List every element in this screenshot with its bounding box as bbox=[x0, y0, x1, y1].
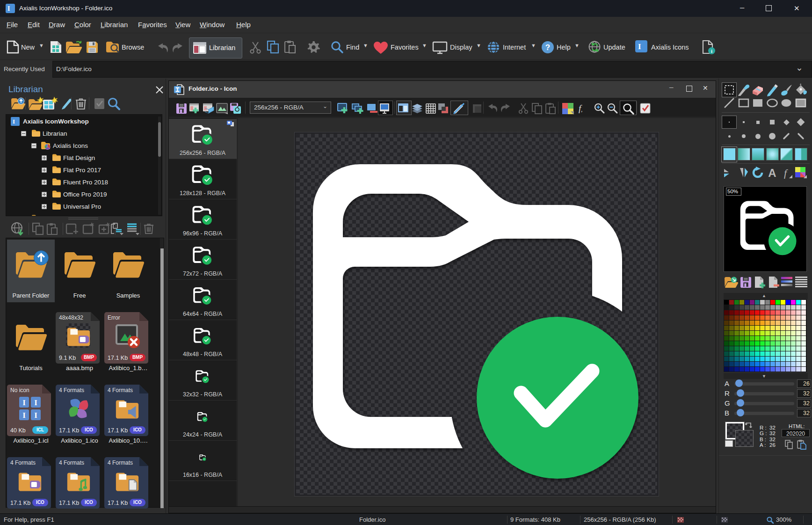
svg-text:I: I bbox=[22, 398, 26, 407]
svg-text:f: f bbox=[784, 167, 788, 179]
svg-text:I: I bbox=[22, 411, 26, 420]
svg-text:i: i bbox=[711, 48, 712, 54]
svg-text:I: I bbox=[34, 411, 37, 420]
svg-text:I: I bbox=[34, 398, 37, 407]
svg-text:A: A bbox=[768, 167, 776, 179]
svg-text:?: ? bbox=[545, 43, 550, 52]
